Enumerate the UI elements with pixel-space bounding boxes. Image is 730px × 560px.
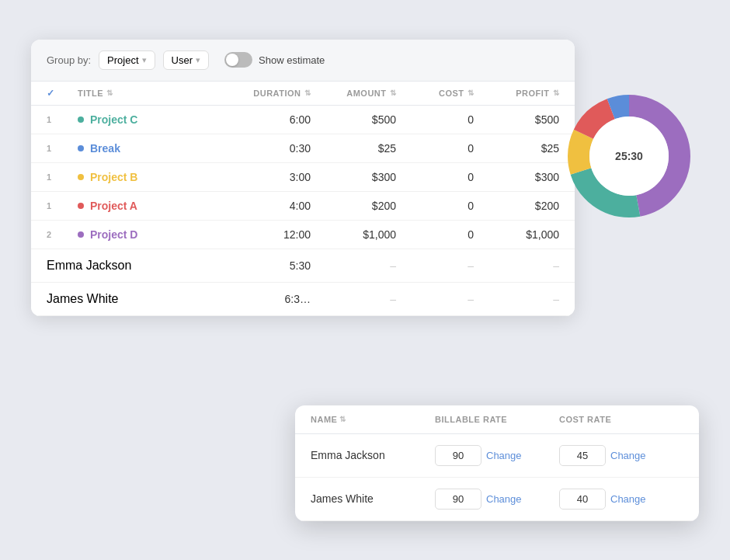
project-name[interactable]: Project C	[90, 113, 137, 126]
rate-person-name: Emma Jackson	[311, 449, 435, 461]
row-num: 1	[47, 144, 78, 153]
check-icon: ✓	[47, 88, 55, 99]
sort-icon: ⇅	[390, 89, 397, 97]
th-profit[interactable]: PROFIT ⇅	[474, 88, 559, 99]
th-check: ✓	[47, 88, 78, 99]
sort-icon: ⇅	[106, 89, 113, 97]
row-num: 1	[47, 115, 78, 124]
cost-rate-cell: Change	[559, 489, 683, 510]
rate-th-billable: BILLABLE RATE	[435, 415, 559, 424]
table-row: 1 Project B 3:00 $300 0 $300	[31, 163, 575, 192]
th-title[interactable]: TITLE ⇅	[78, 88, 225, 99]
sort-icon: ⇅	[304, 89, 311, 97]
rate-th-name[interactable]: NAME ⇅	[311, 415, 435, 424]
row-amount: $1,000	[311, 228, 396, 241]
project-name[interactable]: Project B	[90, 171, 137, 183]
row-profit: $300	[474, 171, 559, 183]
row-num: 2	[47, 230, 78, 239]
row-cost: 0	[396, 113, 474, 126]
row-amount: $300	[311, 171, 396, 183]
row-cost: 0	[396, 171, 474, 183]
row-cost: 0	[396, 142, 474, 155]
row-profit: $25	[474, 142, 559, 155]
person-duration: 6:3…	[225, 293, 311, 305]
person-name: Emma Jackson	[47, 259, 225, 273]
billable-rate-change-button[interactable]: Change	[486, 450, 522, 461]
billable-rate-input[interactable]	[435, 489, 481, 510]
row-duration: 12:00	[225, 228, 311, 241]
row-amount: $25	[311, 142, 396, 155]
group-project-value: Project	[107, 54, 138, 66]
row-num: 1	[47, 172, 78, 182]
rate-th-cost: COST RATE	[559, 415, 683, 424]
group-project-select[interactable]: Project ▾	[99, 50, 155, 70]
table-row: 2 Project D 12:00 $1,000 0 $1,000	[31, 221, 575, 249]
person-profit: –	[474, 293, 559, 305]
table-header: ✓ TITLE ⇅ DURATION ⇅ AMOUNT ⇅ COST ⇅ PRO…	[31, 82, 575, 106]
rate-row: Emma Jackson Change Change	[295, 434, 699, 478]
row-amount: $500	[311, 113, 396, 126]
row-duration: 6:00	[225, 113, 311, 126]
chart-center-label: 25:30	[615, 150, 643, 162]
table-row: 1 Project A 4:00 $200 0 $200	[31, 192, 575, 221]
project-dot	[78, 117, 84, 123]
toggle-knob	[226, 54, 238, 66]
th-cost[interactable]: COST ⇅	[396, 88, 474, 99]
show-estimate-toggle[interactable]: Show estimate	[224, 52, 325, 68]
cost-rate-change-button[interactable]: Change	[610, 493, 646, 505]
rate-row: James White Change Change	[295, 478, 699, 521]
donut-chart: 25:30	[559, 86, 699, 226]
table-row: 1 Break 0:30 $25 0 $25	[31, 134, 575, 163]
billable-rate-cell: Change	[435, 445, 559, 466]
project-dot	[78, 203, 84, 209]
rate-person-name: James White	[311, 492, 435, 505]
row-duration: 0:30	[225, 142, 311, 155]
row-title: Project C	[78, 113, 225, 126]
row-cost: 0	[396, 228, 474, 241]
project-name[interactable]: Project A	[90, 200, 137, 212]
cost-rate-cell: Change	[559, 445, 683, 466]
row-cost: 0	[396, 200, 474, 212]
cost-rate-change-button[interactable]: Change	[610, 450, 646, 461]
sort-icon: ⇅	[339, 415, 346, 423]
table-row: 1 Project C 6:00 $500 0 $500	[31, 106, 575, 134]
th-amount[interactable]: AMOUNT ⇅	[311, 88, 396, 99]
main-card: Group by: Project ▾ User ▾ Show estimate…	[31, 40, 575, 316]
project-dot	[78, 231, 84, 238]
chevron-down-icon: ▾	[196, 55, 200, 65]
person-row: James White 6:3… – – –	[31, 283, 575, 316]
project-dot	[78, 145, 84, 151]
row-profit: $1,000	[474, 228, 559, 241]
project-dot	[78, 174, 84, 180]
person-name: James White	[47, 292, 225, 306]
row-title: Project A	[78, 200, 225, 212]
person-row: Emma Jackson 5:30 – – –	[31, 249, 575, 283]
toggle-track	[224, 52, 252, 68]
rate-table-header: NAME ⇅ BILLABLE RATE COST RATE	[295, 405, 699, 434]
person-cost: –	[396, 293, 474, 305]
rate-card: NAME ⇅ BILLABLE RATE COST RATE Emma Jack…	[295, 405, 699, 521]
chevron-down-icon: ▾	[142, 55, 147, 65]
row-duration: 3:00	[225, 171, 311, 183]
toolbar: Group by: Project ▾ User ▾ Show estimate	[31, 40, 575, 82]
person-duration: 5:30	[225, 259, 311, 272]
row-amount: $200	[311, 200, 396, 212]
sort-icon: ⇅	[468, 89, 474, 97]
row-duration: 4:00	[225, 200, 311, 212]
row-title: Project D	[78, 228, 225, 241]
person-profit: –	[474, 259, 559, 272]
project-name[interactable]: Break	[90, 142, 120, 155]
row-num: 1	[47, 201, 78, 210]
billable-rate-input[interactable]	[435, 445, 481, 466]
th-duration[interactable]: DURATION ⇅	[225, 88, 311, 99]
person-amount: –	[311, 293, 396, 305]
cost-rate-input[interactable]	[559, 489, 606, 510]
billable-rate-cell: Change	[435, 489, 559, 510]
group-user-select[interactable]: User ▾	[163, 50, 209, 70]
show-estimate-label: Show estimate	[259, 54, 325, 66]
group-by-label: Group by:	[47, 54, 91, 66]
person-amount: –	[311, 259, 396, 272]
project-name[interactable]: Project D	[90, 228, 137, 241]
cost-rate-input[interactable]	[559, 445, 606, 466]
billable-rate-change-button[interactable]: Change	[486, 493, 522, 505]
